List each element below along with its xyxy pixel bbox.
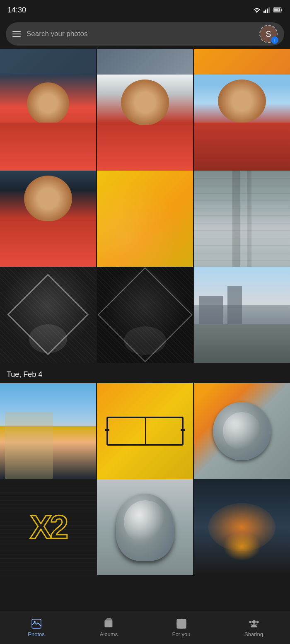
status-icons <box>253 7 283 13</box>
search-placeholder: Search your photos <box>27 30 254 38</box>
nav-item-photos[interactable]: Photos <box>0 615 72 641</box>
svg-rect-1 <box>263 11 265 13</box>
photo-grid-row2 <box>0 171 290 267</box>
photo-cell-yellow[interactable] <box>97 171 193 267</box>
photo-cell-sketch2[interactable] <box>97 267 193 363</box>
photo-cell-x2[interactable]: X2 <box>0 479 96 575</box>
nav-label-foryou: For you <box>172 631 190 637</box>
svg-point-16 <box>256 621 258 623</box>
status-bar: 14:30 <box>0 0 290 20</box>
top-cell-3[interactable] <box>194 49 290 75</box>
svg-point-15 <box>252 620 255 623</box>
nav-label-sharing: Sharing <box>244 631 263 637</box>
svg-rect-8 <box>278 9 279 10</box>
sharing-icon <box>248 618 260 630</box>
photo-grid-row1 <box>0 75 290 171</box>
photo-cell-sketch1[interactable] <box>0 267 96 363</box>
photo-grid-row5: X2 <box>0 479 290 575</box>
photo-cell-glasses[interactable] <box>97 383 193 479</box>
svg-rect-2 <box>265 10 266 13</box>
photo-cell-wood[interactable] <box>194 171 290 267</box>
photo-cell-portrait1[interactable] <box>0 75 96 171</box>
photo-cell-knob2[interactable] <box>97 479 193 575</box>
content-area: Tue, Feb 4 <box>0 49 290 613</box>
avatar-container[interactable]: S ↑ <box>259 25 278 43</box>
photo-grid-row3 <box>0 267 290 363</box>
status-time: 14:30 <box>7 6 26 14</box>
top-cell-2[interactable] <box>97 49 193 75</box>
nav-item-foryou[interactable]: For you <box>145 615 218 641</box>
photo-cell-knob1[interactable] <box>194 383 290 479</box>
svg-point-17 <box>249 621 251 623</box>
albums-icon <box>103 618 115 630</box>
bottom-nav: Photos Albums For you <box>0 611 290 644</box>
photo-cell-portrait3[interactable] <box>194 75 290 171</box>
svg-point-12 <box>107 622 110 625</box>
photo-cell-aerial[interactable] <box>0 383 96 479</box>
svg-rect-3 <box>267 8 268 13</box>
foryou-icon <box>176 618 187 630</box>
svg-rect-4 <box>268 7 270 13</box>
photo-cell-lamp[interactable] <box>194 479 290 575</box>
section-date-feb4: Tue, Feb 4 <box>0 363 290 383</box>
top-cell-1[interactable] <box>0 49 96 75</box>
signal-icon <box>263 7 271 13</box>
svg-point-0 <box>256 12 258 13</box>
avatar-upload-icon: ↑ <box>271 36 278 44</box>
svg-rect-6 <box>281 9 282 11</box>
svg-rect-7 <box>274 8 280 12</box>
nav-label-albums: Albums <box>100 631 118 637</box>
search-bar[interactable]: Search your photos S ↑ <box>6 22 284 46</box>
photo-cell-portrait2[interactable] <box>97 75 193 171</box>
nav-label-photos: Photos <box>28 631 44 637</box>
hamburger-icon[interactable] <box>12 31 21 37</box>
nav-item-albums[interactable]: Albums <box>72 615 145 641</box>
photo-grid-row4 <box>0 383 290 479</box>
battery-icon <box>273 7 283 13</box>
top-strip <box>0 49 290 75</box>
wifi-icon <box>253 7 261 13</box>
photo-cell-street[interactable] <box>194 267 290 363</box>
nav-item-sharing[interactable]: Sharing <box>218 615 290 641</box>
photos-icon <box>31 618 42 630</box>
photo-cell-portrait4[interactable] <box>0 171 96 267</box>
